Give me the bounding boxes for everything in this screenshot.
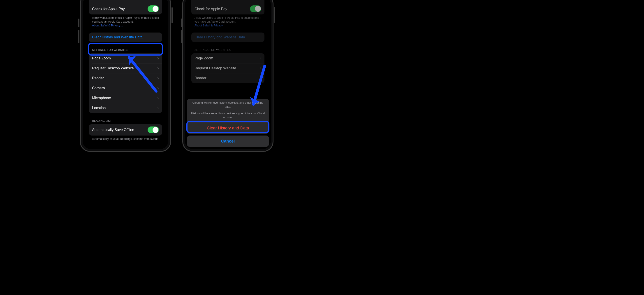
row-reader[interactable]: Reader › <box>89 73 162 83</box>
side-button-left-1 <box>78 19 80 27</box>
chevron-right-icon: › <box>156 106 159 110</box>
label-reader: Reader <box>92 76 156 80</box>
clear-history-label: Clear History and Website Data <box>89 33 162 42</box>
row-microphone[interactable]: Microphone › <box>89 93 162 103</box>
chevron-right-icon: › <box>156 96 159 101</box>
row-apple-pay[interactable]: Check for Apple Pay <box>89 3 162 15</box>
row-ppam[interactable]: Privacy Preserving Ad Measurement <box>89 0 162 3</box>
row-camera[interactable]: Camera › <box>89 83 162 93</box>
reading-list-header: Reading List <box>89 113 162 124</box>
clear-history-and-data-button[interactable]: Clear History and Data <box>187 122 269 134</box>
chevron-right-icon: › <box>156 86 159 91</box>
chevron-right-icon: › <box>156 56 159 61</box>
label-auto-offline: Automatically Save Offline <box>92 128 148 132</box>
clear-history-row[interactable]: Clear History and Website Data <box>89 33 162 42</box>
side-button-left-1 <box>181 19 182 27</box>
privacy-footer-text: Allow websites to check if Apple Pay is … <box>92 16 159 23</box>
toggle-auto-offline[interactable] <box>148 127 159 133</box>
cancel-button[interactable]: Cancel <box>187 136 269 147</box>
label-request-desktop: Request Desktop Website <box>92 66 156 70</box>
side-button-left-2 <box>181 30 182 43</box>
row-auto-offline[interactable]: Automatically Save Offline <box>89 124 162 136</box>
label-location: Location <box>92 106 156 110</box>
privacy-footer: Allow websites to check if Apple Pay is … <box>89 15 162 28</box>
reading-list-footer: Automatically save all Reading List item… <box>89 136 162 141</box>
action-sheet-card: Clearing will remove history, cookies, a… <box>187 99 269 134</box>
toggle-apple-pay[interactable] <box>148 6 159 12</box>
label-apple-pay: Check for Apple Pay <box>92 7 148 11</box>
chevron-right-icon: › <box>156 66 159 71</box>
side-button-right <box>172 7 172 23</box>
privacy-group: Privacy Preserving Ad Measurement Check … <box>89 0 162 15</box>
sheet-message-2: History will be cleared from devices sig… <box>187 111 269 122</box>
label-ppam: Privacy Preserving Ad Measurement <box>92 0 148 1</box>
label-page-zoom: Page Zoom <box>92 56 156 60</box>
websites-group: Page Zoom › Request Desktop Website › Re… <box>89 53 162 113</box>
label-microphone: Microphone <box>92 96 156 100</box>
row-location[interactable]: Location › <box>89 103 162 113</box>
reading-list-group: Automatically Save Offline <box>89 124 162 136</box>
action-sheet: Clearing will remove history, cookies, a… <box>187 99 269 147</box>
phone-left: Privacy Preserving Ad Measurement Check … <box>80 0 171 152</box>
about-safari-link[interactable]: About Safari & Privacy… <box>92 24 123 27</box>
row-page-zoom[interactable]: Page Zoom › <box>89 53 162 63</box>
phone-right: Privacy Preserving Ad Measurement Check … <box>182 0 274 152</box>
side-button-left-2 <box>78 30 80 43</box>
websites-header: Settings for Websites <box>89 42 162 53</box>
chevron-right-icon: › <box>156 76 159 81</box>
label-camera: Camera <box>92 86 156 90</box>
sheet-message-1: Clearing will remove history, cookies, a… <box>187 99 269 111</box>
row-request-desktop[interactable]: Request Desktop Website › <box>89 63 162 73</box>
side-button-right <box>274 7 275 23</box>
